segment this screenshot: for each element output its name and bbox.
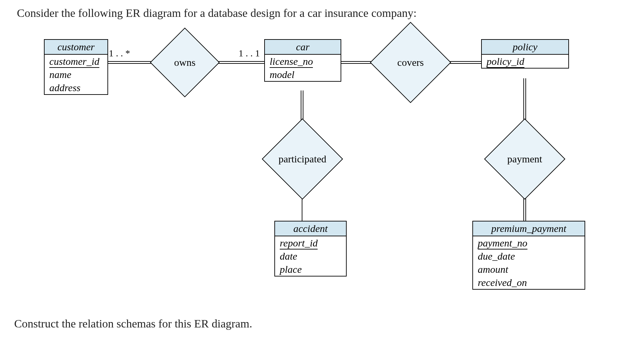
entity-premium_payment-attr-payment_no: payment_no	[473, 236, 585, 249]
relationship-covers-label: covers	[397, 57, 424, 68]
entity-accident-title: accident	[275, 221, 346, 236]
question-top: Consider the following ER diagram for a …	[17, 7, 417, 20]
entity-premium_payment-attr-amount: amount	[473, 263, 585, 276]
entity-premium_payment-title: premium_payment	[473, 221, 585, 236]
entity-customer-attr-address: address	[45, 81, 107, 94]
cardinality-owns-car: 1 . . 1	[239, 48, 260, 59]
entity-car-attr-license_no: license_no	[265, 55, 341, 68]
entity-accident-attr-place: place	[275, 263, 346, 276]
relationship-covers: covers	[382, 34, 439, 91]
entity-customer-attr-customer_id: customer_id	[45, 55, 107, 68]
entity-premium_payment-attr-due_date: due_date	[473, 249, 585, 263]
relationship-owns: owns	[160, 38, 209, 87]
entity-premium_payment-attr-received_on: received_on	[473, 276, 585, 289]
relationship-owns-label: owns	[174, 57, 195, 68]
entity-policy: policy policy_id	[481, 39, 569, 69]
entity-car-attr-model: model	[265, 68, 341, 81]
entity-customer: customer customer_id name address	[44, 39, 108, 95]
entity-customer-attr-name: name	[45, 68, 107, 81]
question-bottom: Construct the relation schemas for this …	[14, 317, 252, 330]
er-diagram-page: Consider the following ER diagram for a …	[0, 0, 644, 343]
entity-policy-title: policy	[482, 40, 568, 55]
cardinality-customer-owns: 1 . . *	[109, 48, 130, 59]
relationship-payment: payment	[496, 130, 553, 188]
entity-accident-attr-report_id: report_id	[275, 236, 346, 249]
entity-accident: accident report_id date place	[274, 221, 347, 276]
entity-car: car license_no model	[264, 39, 341, 82]
entity-premium_payment: premium_payment payment_no due_date amou…	[472, 221, 585, 290]
relationship-payment-label: payment	[507, 153, 542, 165]
entity-customer-title: customer	[45, 40, 107, 55]
relationship-participated: participated	[274, 130, 331, 188]
entity-accident-attr-date: date	[275, 249, 346, 263]
relationship-participated-label: participated	[278, 153, 326, 165]
entity-car-title: car	[265, 40, 341, 55]
entity-policy-attr-policy_id: policy_id	[482, 55, 568, 68]
